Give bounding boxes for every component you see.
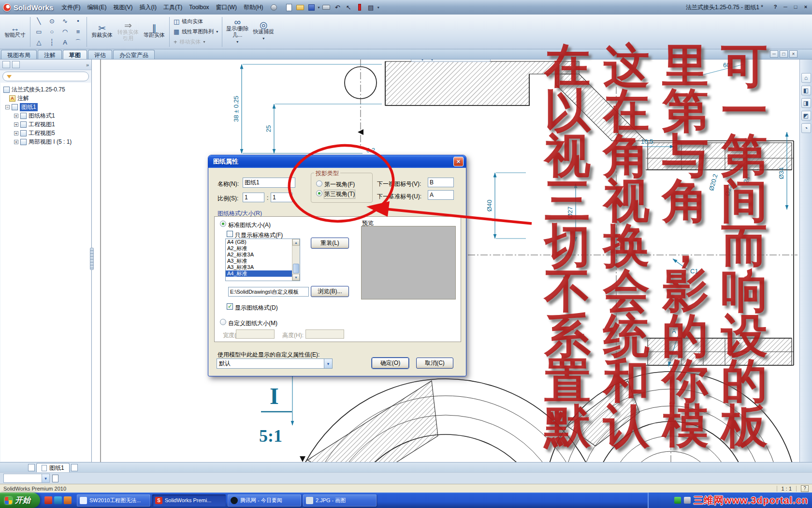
appearance-icon[interactable]: ◔	[801, 123, 811, 133]
combo-dropdown-icon[interactable]: ▾	[42, 474, 49, 482]
sheet-tab-active[interactable]: 图纸1	[36, 463, 70, 472]
standard-size-label[interactable]: 标准图纸大小(A)	[228, 221, 271, 229]
property-manager-tab-icon[interactable]	[12, 61, 20, 68]
point-tool-icon[interactable]: •	[72, 16, 85, 27]
dim-d27[interactable]: Ø27	[566, 207, 574, 219]
third-angle-radio[interactable]	[316, 190, 322, 196]
feature-tree-tab-icon[interactable]	[2, 61, 10, 68]
tab-view-layout[interactable]: 视图布局	[1, 50, 37, 59]
tree-detail-view[interactable]: + 局部视图 I (5 : 1)	[1, 137, 90, 146]
arc-tool-icon[interactable]: ◠	[58, 27, 72, 37]
size-option[interactable]: A3_标准	[226, 258, 300, 264]
tree-sheet-format1[interactable]: + 图纸格式1	[1, 111, 90, 120]
collapse-icon[interactable]: −	[5, 105, 10, 109]
doc-restore-button[interactable]: □	[780, 50, 788, 58]
linear-pattern-button[interactable]: ▦ 线性草图阵列 ▾	[172, 27, 220, 37]
rectangle-tool-icon[interactable]: ▭	[32, 27, 45, 37]
add-sheet-icon[interactable]	[71, 464, 78, 471]
display-style-icon[interactable]: ◩	[801, 111, 811, 120]
dim-c1[interactable]: C1	[690, 268, 698, 275]
quick-launch-icon-3[interactable]	[64, 496, 72, 504]
tab-annotation[interactable]: 注解	[38, 50, 62, 59]
detail-view-scale[interactable]: 5:1	[259, 426, 282, 446]
centerline-tool-icon[interactable]: ┆	[45, 37, 58, 48]
tree-root[interactable]: 法兰式接头1.25-0.75	[1, 85, 90, 94]
spline-tool-icon[interactable]: ∿	[58, 16, 72, 27]
status-help-icon[interactable]: ?	[801, 485, 809, 492]
minimize-button[interactable]: ─	[781, 3, 790, 11]
save-icon[interactable]	[307, 3, 316, 12]
datum-a-label[interactable]: A	[672, 328, 676, 335]
print-icon[interactable]	[322, 3, 331, 12]
dim-24deg[interactable]: 24°	[742, 173, 753, 184]
dim-10-5[interactable]: 10.5	[641, 138, 653, 145]
save-dropdown-icon[interactable]: ▾	[318, 5, 320, 10]
ok-button[interactable]: 确定(O)	[372, 358, 409, 369]
dim-d34[interactable]: Ø34	[778, 167, 785, 179]
custom-size-label[interactable]: 自定义图纸大小(M)	[228, 319, 277, 328]
tree-annotations[interactable]: A 注解	[1, 94, 90, 103]
first-angle-label[interactable]: 第一视角(F)	[324, 180, 355, 189]
scroll-down-icon[interactable]: ▼	[292, 274, 300, 281]
first-angle-radio[interactable]	[316, 180, 322, 187]
options-list-icon[interactable]: ▤	[366, 3, 376, 12]
mirror-entities-button[interactable]: ◫ 镜向实体	[172, 17, 220, 27]
smart-dimension-button[interactable]: ↔ 智能尺寸	[2, 16, 28, 48]
dim-0-2[interactable]: 0.2	[366, 147, 375, 154]
menu-help[interactable]: 帮助(H)	[240, 1, 267, 14]
menu-insert[interactable]: 插入(I)	[136, 1, 160, 14]
expand-icon[interactable]: +	[14, 122, 18, 127]
tree-drawing-view1[interactable]: + 工程视图1	[1, 120, 90, 129]
tray-icon-shield[interactable]	[674, 497, 681, 504]
size-option[interactable]: A2_标准	[226, 245, 300, 252]
options-dropdown-icon[interactable]: ▾	[377, 5, 379, 10]
quick-launch-icon-1[interactable]	[44, 496, 52, 504]
menu-tools[interactable]: 工具(T)	[160, 1, 186, 14]
doc-close-button[interactable]: ×	[789, 50, 798, 58]
tab-evaluate[interactable]: 评估	[88, 50, 112, 59]
dialog-title-bar[interactable]: 图纸属性 ×	[208, 155, 466, 168]
show-format-label[interactable]: 显示图纸格式(D)	[235, 304, 278, 312]
sheet-name-input[interactable]	[243, 178, 295, 188]
undo-icon[interactable]: ↶	[333, 3, 342, 12]
cancel-button[interactable]: 取消(C)	[416, 358, 453, 369]
task-sw2010-doc[interactable]: SW2010工程图无法...	[77, 494, 150, 507]
detail-view-label[interactable]: I	[270, 383, 279, 409]
quick-launch-icon-2[interactable]	[54, 496, 62, 504]
tree-drawing-view5[interactable]: + 工程视图5	[1, 129, 90, 137]
close-button[interactable]: ×	[801, 3, 810, 11]
dim-d22-9[interactable]: Ø22.9	[724, 179, 735, 197]
template-path-input[interactable]	[228, 287, 309, 297]
trim-entities-button[interactable]: ✂ 剪裁实体	[89, 16, 115, 48]
size-option-selected[interactable]: A4_标准	[226, 270, 300, 277]
circle-tool-icon[interactable]: ⊙	[45, 16, 58, 27]
rebuild-icon[interactable]	[355, 3, 364, 12]
linear-pattern-dropdown-icon[interactable]: ▾	[216, 30, 218, 34]
dim-60deg[interactable]: 60°	[723, 61, 733, 69]
size-option[interactable]: A4 (GB)	[226, 239, 300, 245]
quick-snaps-button[interactable]: ◎ 快速捕捉 ▾	[250, 16, 276, 48]
overflow-chevron-icon[interactable]: »	[86, 62, 89, 68]
listbox-scrollbar[interactable]: ▲ ▼	[292, 239, 300, 281]
show-format-checkbox[interactable]	[227, 303, 233, 310]
section-view-icon[interactable]: ◨	[801, 98, 811, 108]
panel-splitter-handle[interactable]	[90, 248, 94, 270]
help-button[interactable]: ?	[771, 3, 780, 11]
start-button[interactable]: 开始	[0, 493, 40, 508]
task-qq-news[interactable]: 腾讯网 - 今日要闻	[228, 494, 301, 507]
sheet-size-listbox[interactable]: A4 (GB) A2_标准 A2_标准3A A3_标准 A3_标准3A A4_标…	[225, 239, 300, 281]
dim-25[interactable]: 25	[265, 125, 272, 132]
scale-numerator-input[interactable]	[243, 193, 264, 202]
line-tool-icon[interactable]: ╲	[32, 16, 45, 27]
polygon-tool-icon[interactable]: △	[32, 37, 45, 48]
custom-size-radio[interactable]	[220, 319, 226, 325]
tray-icon-volume[interactable]	[684, 497, 691, 504]
menu-window[interactable]: 窗口(W)	[213, 1, 240, 14]
combo-dropdown-icon[interactable]: ▾	[324, 359, 332, 368]
maximize-button[interactable]: □	[791, 3, 800, 11]
expand-icon[interactable]: +	[14, 114, 18, 118]
scale-denominator-input[interactable]	[271, 193, 292, 202]
scroll-up-icon[interactable]: ▲	[292, 239, 300, 246]
custom-property-select[interactable]: 默认 ▾	[217, 359, 333, 369]
tab-office-products[interactable]: 办公室产品	[113, 50, 155, 59]
